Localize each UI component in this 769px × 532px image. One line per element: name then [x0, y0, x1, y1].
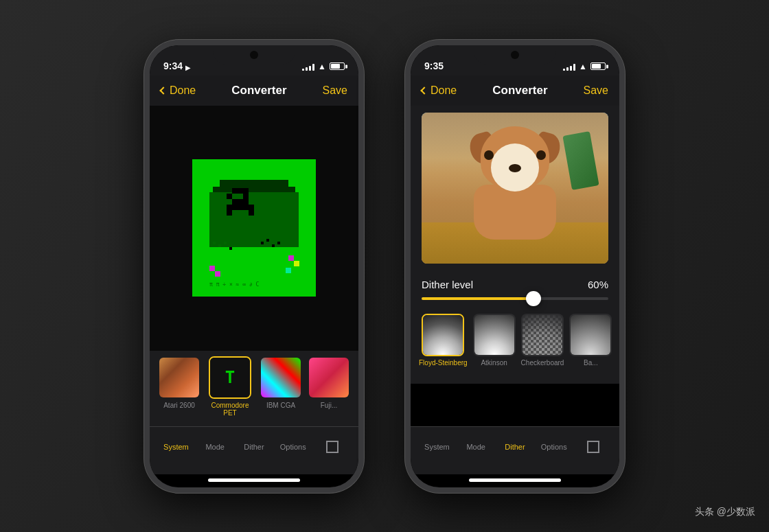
phone-1-title: Converter [231, 84, 286, 97]
spacer [411, 384, 619, 426]
pixel-art-display: π π ÷ × ≈ ∞ ∂ C [192, 159, 316, 297]
signal-bar-4 [312, 64, 314, 71]
pixel-art-svg: π π ÷ × ≈ ∞ ∂ C [192, 159, 316, 297]
svg-rect-13 [224, 242, 227, 244]
phone-2-status-icons: ▲ [563, 62, 606, 71]
svg-rect-4 [227, 194, 232, 199]
thumbnail-item-commodore[interactable]: T Commodore PET [206, 356, 254, 417]
dither-level-label: Dither level [422, 279, 473, 290]
tab-dither-p2[interactable]: Dither [498, 443, 532, 451]
thumbnail-item-atari[interactable]: Atari 2600 [158, 356, 200, 409]
svg-rect-12 [218, 244, 221, 247]
dither-option-atkinson[interactable]: Atkinson [473, 314, 516, 367]
chevron-left-icon [159, 86, 167, 94]
thumbnail-img-ibm [260, 356, 302, 399]
phone-2-camera [511, 51, 519, 59]
tab-options-p2[interactable]: Options [537, 443, 571, 451]
tab-dither-p1-label: Dither [244, 443, 264, 451]
phone-1-battery [330, 62, 345, 70]
tab-crop-p2[interactable] [576, 441, 610, 453]
svg-rect-18 [277, 242, 280, 244]
tab-options-p1[interactable]: Options [276, 443, 310, 451]
tab-system-label: System [163, 443, 189, 451]
phone-2-tab-bar: System Mode Dither Options [411, 426, 619, 474]
phone-1-nav-bar: Done Converter Save [150, 76, 358, 106]
phone-1-home-indicator [208, 478, 300, 482]
thumbnail-label-atari: Atari 2600 [163, 402, 195, 409]
phone-1-signal [302, 62, 314, 71]
svg-rect-6 [238, 188, 249, 194]
phone-1-thumbnail-row: Atari 2600 T Commodore PET IBM CGA [150, 351, 358, 426]
phone-2-title: Converter [492, 84, 547, 97]
signal-bar-1 [563, 69, 565, 71]
tab-crop-p1[interactable] [315, 441, 349, 453]
svg-rect-16 [266, 239, 269, 242]
svg-rect-7 [243, 194, 249, 199]
tab-system[interactable]: System [159, 443, 193, 451]
tab-mode-p2-label: Mode [466, 443, 485, 451]
battery-fill-2 [592, 64, 601, 69]
dither-thumb-ba-bg [571, 315, 610, 355]
dither-label-checker: Checkerboard [521, 359, 564, 367]
dither-thumb-floyd-bg [423, 315, 463, 355]
svg-rect-15 [261, 242, 264, 244]
battery-fill [331, 64, 340, 69]
dither-slider[interactable] [422, 297, 608, 300]
signal-bar-3 [309, 66, 311, 71]
phone-2-wifi-icon: ▲ [579, 62, 587, 71]
phone-1-tab-bar: System Mode Dither Options [150, 426, 358, 474]
tab-mode[interactable]: Mode [198, 443, 232, 451]
thumbnail-img-commodore: T [209, 356, 251, 399]
thumbnail-item-fuji[interactable]: Fuji... [308, 356, 350, 409]
dither-option-checkerboard[interactable]: Checkerboard [521, 314, 564, 367]
phone-1-save-button[interactable]: Save [323, 84, 347, 97]
svg-rect-10 [249, 205, 254, 216]
phone-1-image-preview: π π ÷ × ≈ ∞ ∂ C [150, 106, 358, 351]
slider-fill [422, 297, 533, 300]
svg-rect-20 [209, 266, 215, 271]
svg-rect-5 [232, 188, 238, 194]
dither-option-ba[interactable]: Ba... [569, 314, 612, 367]
dither-level-value: 60% [588, 279, 608, 290]
ibm-thumb-bg [261, 358, 301, 397]
svg-rect-11 [213, 242, 216, 244]
tab-options-p1-label: Options [280, 443, 306, 451]
thumbnail-label-commodore: Commodore PET [206, 402, 254, 417]
svg-rect-2 [213, 187, 295, 192]
tab-mode-p2[interactable]: Mode [459, 443, 493, 451]
crop-icon-p2 [587, 441, 599, 453]
svg-rect-8 [232, 199, 249, 210]
tab-options-p2-label: Options [541, 443, 567, 451]
dither-thumb-atkinson [473, 314, 516, 356]
dither-controls: Dither level 60% [411, 270, 619, 308]
phone-1-screen: 9:34 ▶ ▲ [150, 45, 358, 487]
signal-bar-2 [566, 67, 569, 71]
phone-1-status-bar: 9:34 ▶ ▲ [150, 45, 358, 76]
phone-2-save-button[interactable]: Save [584, 84, 608, 97]
thumbnail-item-ibm[interactable]: IBM CGA [260, 356, 302, 409]
dither-thumb-floyd [422, 314, 464, 356]
dog-photo [422, 113, 608, 264]
tab-dither-p1[interactable]: Dither [237, 443, 271, 451]
phone-2-time: 9:35 [424, 60, 444, 71]
commodore-thumb-content: T [210, 358, 250, 397]
phone-2-back-button[interactable]: Done [422, 84, 457, 97]
crop-icon [326, 441, 338, 453]
tab-dither-p2-label: Dither [505, 443, 525, 451]
dither-option-floyd-steinberg[interactable]: Floyd-Steinberg [419, 314, 468, 367]
phone-1-location: ▶ [185, 64, 191, 71]
svg-rect-9 [227, 205, 232, 216]
phone-1-back-button[interactable]: Done [161, 84, 196, 97]
watermark: 头条 @少数派 [695, 506, 755, 518]
thumbnail-label-ibm: IBM CGA [266, 402, 295, 409]
signal-bar-3 [570, 66, 572, 71]
atari-thumb-bg [159, 358, 199, 397]
dog-image-area [411, 106, 619, 270]
corgi-body [474, 185, 556, 240]
tab-system-p2[interactable]: System [420, 443, 454, 451]
slider-thumb[interactable] [526, 291, 541, 306]
dither-label-ba: Ba... [584, 359, 598, 367]
chevron-left-icon-2 [420, 86, 428, 94]
svg-rect-1 [220, 180, 288, 187]
tab-system-p2-label: System [424, 443, 450, 451]
